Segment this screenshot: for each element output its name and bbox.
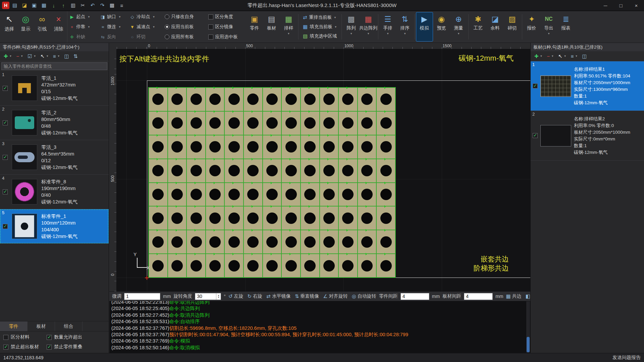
- sheet-checkbox[interactable]: [533, 83, 538, 88]
- nested-part[interactable]: [281, 135, 301, 159]
- quote-button[interactable]: ✦报价: [523, 12, 540, 42]
- remove-part-button[interactable]: −▼: [15, 53, 25, 60]
- display-tool[interactable]: ◎显示: [18, 12, 34, 42]
- log-scrollbar-thumb[interactable]: [527, 337, 530, 352]
- nested-part[interactable]: [301, 183, 320, 206]
- nested-part[interactable]: [358, 87, 377, 111]
- nested-part[interactable]: [281, 111, 301, 135]
- sort-parts-button[interactable]: ⇅: [72, 53, 79, 60]
- nested-part[interactable]: [301, 111, 320, 135]
- sheets-list[interactable]: 1名称:排样结果1利用率:50.917% 零件数:104板材尺寸:2050mm*…: [531, 61, 644, 353]
- nested-part[interactable]: [149, 135, 168, 159]
- tab-parts[interactable]: 零件: [0, 321, 28, 331]
- view-mode-button[interactable]: ≡▼: [51, 53, 62, 60]
- nested-part[interactable]: [168, 135, 187, 159]
- select-parts-button[interactable]: ↖▼: [39, 53, 51, 60]
- nested-part[interactable]: [168, 183, 187, 206]
- nested-part[interactable]: [338, 183, 358, 206]
- add-sheet-button[interactable]: ✚▼: [533, 53, 544, 60]
- nested-part[interactable]: [358, 183, 377, 206]
- nested-part[interactable]: [224, 230, 244, 254]
- nested-part[interactable]: [358, 135, 377, 159]
- parts-list[interactable]: 1零活_1472mm*327mm0/15碳钢-12mm-氧气2零活_280mm*…: [0, 71, 109, 321]
- nested-part[interactable]: [168, 254, 187, 278]
- nested-part[interactable]: [376, 111, 395, 135]
- export-button[interactable]: NC导出▼: [540, 12, 557, 42]
- nested-part[interactable]: [376, 206, 395, 230]
- report-button[interactable]: ≣报表: [557, 12, 575, 42]
- nested-part[interactable]: [358, 111, 377, 135]
- nested-part[interactable]: [263, 254, 282, 278]
- select-tool[interactable]: ↖选择: [1, 12, 17, 42]
- nested-part[interactable]: [263, 111, 282, 135]
- nested-part[interactable]: [186, 230, 206, 254]
- nested-part[interactable]: [224, 159, 244, 183]
- save-icon[interactable]: ▣: [30, 1, 39, 9]
- nested-part[interactable]: [244, 254, 263, 278]
- nested-part[interactable]: [206, 254, 225, 278]
- nested-part[interactable]: [281, 230, 301, 254]
- forbid-exceed-sheet-checkbox[interactable]: [3, 345, 8, 350]
- nested-part[interactable]: [376, 135, 395, 159]
- scrap-cut-button[interactable]: ▨碎切: [504, 12, 521, 42]
- nested-part[interactable]: [358, 254, 377, 278]
- option-notch[interactable]: ◨缺口▼: [100, 14, 130, 20]
- nested-part[interactable]: [168, 206, 187, 230]
- option-allow-exceed-quantity[interactable]: 数量允许超出: [47, 334, 105, 340]
- angle-input[interactable]: [195, 293, 216, 300]
- mirror-vertical-button[interactable]: ⇅垂直镜像: [295, 293, 319, 299]
- nested-part[interactable]: [149, 230, 168, 254]
- part-list-item[interactable]: 2零活_280mm*50mm0/48碳钢-12mm-氧气: [0, 106, 109, 140]
- nested-part[interactable]: [224, 183, 244, 206]
- option-distinguish-angle[interactable]: 区分角度: [208, 14, 243, 20]
- save-all-icon[interactable]: ▦: [40, 1, 48, 9]
- nested-part[interactable]: [338, 254, 358, 278]
- part-checkbox[interactable]: [3, 189, 8, 194]
- nested-part[interactable]: [224, 135, 244, 159]
- nested-part[interactable]: [206, 230, 225, 254]
- nested-part[interactable]: [358, 159, 377, 183]
- open-file-icon[interactable]: ◪: [20, 1, 29, 9]
- apply-all-sheets-radio[interactable]: [165, 35, 169, 39]
- mirror-horizontal-button[interactable]: ⇄水平镜像: [266, 293, 291, 299]
- option-cooling-point[interactable]: ◇冷却点▼: [130, 14, 165, 20]
- nested-part[interactable]: [320, 254, 339, 278]
- angle-stepper[interactable]: ▲▼: [216, 293, 221, 300]
- nested-part[interactable]: [206, 206, 225, 230]
- nested-part[interactable]: [149, 206, 168, 230]
- nested-part[interactable]: [320, 159, 339, 183]
- sheet-gap-input[interactable]: [464, 293, 493, 300]
- option-dock[interactable]: +停靠▼: [69, 24, 100, 30]
- part-gap-input[interactable]: [400, 293, 429, 300]
- export-file-icon[interactable]: ↑: [59, 1, 68, 9]
- nested-part[interactable]: [224, 254, 244, 278]
- nested-part[interactable]: [358, 206, 377, 230]
- manual-nest-button[interactable]: ☰手排▼: [379, 12, 396, 42]
- nested-part[interactable]: [376, 230, 395, 254]
- nested-part[interactable]: [186, 254, 206, 278]
- preview-button[interactable]: ◉预览: [433, 12, 450, 42]
- sheet-list-item[interactable]: 2名称:排样结果2利用率:0% 零件数:0板材尺寸:2050mm*1000mm实…: [531, 111, 644, 161]
- nested-part[interactable]: [320, 230, 339, 254]
- window-layout-button[interactable]: ◫: [580, 53, 588, 60]
- clear-tool[interactable]: ×清除: [51, 12, 66, 42]
- common-edge-button[interactable]: ▦共边: [506, 293, 521, 299]
- rotate-right-button[interactable]: ↻右旋: [248, 293, 263, 299]
- nested-part[interactable]: [206, 135, 225, 159]
- nested-part[interactable]: [149, 159, 168, 183]
- nested-part[interactable]: [338, 87, 358, 111]
- nested-part[interactable]: [301, 159, 320, 183]
- nested-part[interactable]: [244, 230, 263, 254]
- nested-part[interactable]: [281, 159, 301, 183]
- nested-part[interactable]: [206, 111, 225, 135]
- align-rotate-button[interactable]: ∠对齐旋转: [323, 293, 347, 299]
- redo-icon[interactable]: ↷: [98, 1, 107, 9]
- lead-line-tool[interactable]: ∞引线: [34, 12, 50, 42]
- nested-part[interactable]: [338, 159, 358, 183]
- nested-part[interactable]: [338, 111, 358, 135]
- nested-part[interactable]: [320, 111, 339, 135]
- part-list-item[interactable]: 5标准零件_1100mm*120mm104/400碳钢-12mm-氧气: [0, 209, 109, 244]
- canvas[interactable]: 按下Alt键选中共边块内零件 碳钢-12mm-氧气 嵌套共边 阶梯形共边 Y X: [117, 49, 530, 291]
- nested-part[interactable]: [149, 87, 168, 111]
- pause-parts-button[interactable]: ◫: [63, 53, 71, 60]
